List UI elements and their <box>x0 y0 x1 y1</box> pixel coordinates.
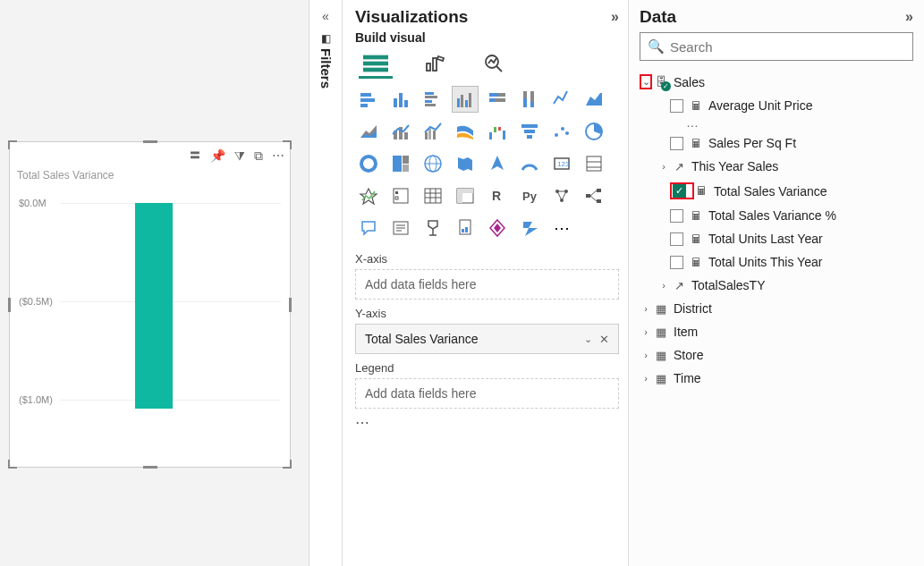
paginated-report-icon[interactable] <box>452 215 479 241</box>
column-chart-visual[interactable]: 〓 📌 ⧩ ⧉ ⋯ Total Sales Variance $0.0M ($0… <box>9 141 291 468</box>
y-axis-dropdown-icon[interactable]: ⌄ <box>584 334 592 345</box>
power-automate-icon[interactable] <box>516 215 543 241</box>
field-label: Total Units This Year <box>708 255 822 269</box>
area-chart-icon[interactable] <box>581 86 607 113</box>
focus-icon[interactable]: ⧉ <box>254 148 263 164</box>
expand-district-icon[interactable]: › <box>640 303 652 314</box>
measure-icon: 🖩 <box>689 256 703 269</box>
field-avg-unit-price[interactable]: 🖩 Average Unit Price <box>640 94 913 117</box>
resize-handle-bl[interactable] <box>8 460 17 469</box>
multi-row-card-icon[interactable] <box>581 150 607 177</box>
checkbox-total-sales-variance[interactable] <box>673 184 686 198</box>
hundred-stacked-column-icon[interactable] <box>516 86 543 113</box>
field-total-sales-ty[interactable]: › ↗ TotalSalesTY <box>640 274 913 297</box>
funnel-chart-icon[interactable] <box>516 118 543 145</box>
clustered-column-chart-icon[interactable] <box>452 86 479 113</box>
pin-icon[interactable]: 📌 <box>210 148 225 163</box>
table-time[interactable]: › ▦ Time <box>640 367 913 390</box>
checkbox-sales-per-sqft[interactable] <box>670 137 683 150</box>
filled-map-icon[interactable] <box>452 150 479 177</box>
resize-handle-bottom[interactable] <box>143 466 157 469</box>
field-label: TotalSalesTY <box>691 278 765 292</box>
x-axis-well[interactable]: Add data fields here <box>355 269 619 300</box>
search-input[interactable] <box>670 39 905 55</box>
scatter-chart-icon[interactable] <box>548 118 575 145</box>
resize-handle-tl[interactable] <box>8 140 17 149</box>
treemap-icon[interactable] <box>387 150 414 177</box>
svg-rect-40 <box>527 135 532 139</box>
field-this-year-sales[interactable]: › ↗ This Year Sales <box>640 155 913 178</box>
y-axis-well[interactable]: Total Sales Variance ⌄ ✕ <box>355 324 619 354</box>
drag-handle-icon[interactable]: 〓 <box>189 148 201 164</box>
field-total-units-last-year[interactable]: 🖩 Total Units Last Year <box>640 227 913 250</box>
tab-build-visual[interactable] <box>359 50 393 79</box>
table-store[interactable]: › ▦ Store <box>640 343 913 367</box>
kpi-icon[interactable] <box>355 182 382 209</box>
power-apps-icon[interactable] <box>484 215 511 241</box>
stacked-column-chart-icon[interactable] <box>387 86 414 113</box>
resize-handle-top[interactable] <box>143 140 157 143</box>
tab-format-visual[interactable] <box>418 50 452 79</box>
checkbox-tsv-pct[interactable] <box>670 209 683 223</box>
more-wells-icon[interactable]: ⋯ <box>355 414 619 431</box>
report-canvas[interactable]: 〓 📌 ⧩ ⧉ ⋯ Total Sales Variance $0.0M ($0… <box>0 0 309 566</box>
search-box[interactable]: 🔍 <box>640 32 913 61</box>
legend-well[interactable]: Add data fields here <box>355 378 619 409</box>
chart-bar[interactable] <box>135 203 173 409</box>
tab-analytics[interactable] <box>477 50 511 79</box>
card-icon[interactable]: 123 <box>548 150 575 177</box>
expand-icon[interactable]: › <box>657 280 670 291</box>
x-axis-label: X-axis <box>355 252 619 266</box>
ribbon-chart-icon[interactable] <box>452 118 479 145</box>
stacked-area-chart-icon[interactable] <box>355 118 382 145</box>
azure-map-icon[interactable] <box>484 150 511 177</box>
field-total-units-this-year[interactable]: 🖩 Total Units This Year <box>640 250 913 274</box>
checkbox-tuly[interactable] <box>670 232 683 246</box>
goals-icon[interactable] <box>420 215 446 241</box>
collapse-data-icon[interactable]: » <box>905 9 913 25</box>
filter-icon[interactable]: ⧩ <box>234 148 245 164</box>
more-visuals-icon[interactable]: ⋯ <box>548 215 575 241</box>
table-sales[interactable]: ⌄ 🗄 Sales <box>640 70 913 94</box>
line-chart-icon[interactable] <box>548 86 575 113</box>
y-axis-remove-icon[interactable]: ✕ <box>599 333 609 346</box>
key-influencers-icon[interactable] <box>548 182 575 209</box>
field-total-sales-variance[interactable]: 🖩 Total Sales Variance <box>640 178 913 204</box>
matrix-icon[interactable] <box>452 182 479 209</box>
svg-rect-0 <box>363 55 388 59</box>
gauge-icon[interactable] <box>516 150 543 177</box>
expand-item-icon[interactable]: › <box>640 326 652 337</box>
checkbox-avg-unit-price[interactable] <box>670 99 683 113</box>
clustered-bar-chart-icon[interactable] <box>420 86 446 113</box>
filters-pane-collapsed[interactable]: « ◧ Filters <box>309 0 343 566</box>
python-visual-icon[interactable]: Py <box>516 182 543 209</box>
slicer-icon[interactable] <box>387 182 414 209</box>
table-item[interactable]: › ▦ Item <box>640 320 913 343</box>
resize-handle-br[interactable] <box>283 460 292 469</box>
collapse-viz-icon[interactable]: » <box>611 9 619 25</box>
expand-store-icon[interactable]: › <box>640 350 652 360</box>
table-icon[interactable] <box>420 182 446 209</box>
qa-visual-icon[interactable] <box>355 215 382 241</box>
hundred-stacked-bar-icon[interactable] <box>484 86 511 113</box>
field-ellipsis[interactable]: … <box>640 115 913 130</box>
line-clustered-column-icon[interactable] <box>420 118 446 145</box>
stacked-bar-chart-icon[interactable] <box>355 86 382 113</box>
expand-sales-icon[interactable]: ⌄ <box>640 74 652 89</box>
decomposition-tree-icon[interactable] <box>581 182 607 209</box>
field-sales-per-sqft[interactable]: 🖩 Sales Per Sq Ft <box>640 131 913 155</box>
map-icon[interactable] <box>420 150 446 177</box>
line-stacked-column-icon[interactable] <box>387 118 414 145</box>
smart-narrative-icon[interactable] <box>387 215 414 241</box>
donut-chart-icon[interactable] <box>355 150 382 177</box>
field-total-sales-variance-pct[interactable]: 🖩 Total Sales Variance % <box>640 204 913 227</box>
checkbox-tuty[interactable] <box>670 256 683 269</box>
expand-filters-icon[interactable]: « <box>322 9 329 23</box>
waterfall-chart-icon[interactable] <box>484 118 511 145</box>
more-options-icon[interactable]: ⋯ <box>272 148 284 163</box>
pie-chart-icon[interactable] <box>581 118 607 145</box>
expand-icon[interactable]: › <box>657 161 670 172</box>
r-visual-icon[interactable]: R <box>484 182 511 209</box>
expand-time-icon[interactable]: › <box>640 373 652 384</box>
table-district[interactable]: › ▦ District <box>640 297 913 320</box>
